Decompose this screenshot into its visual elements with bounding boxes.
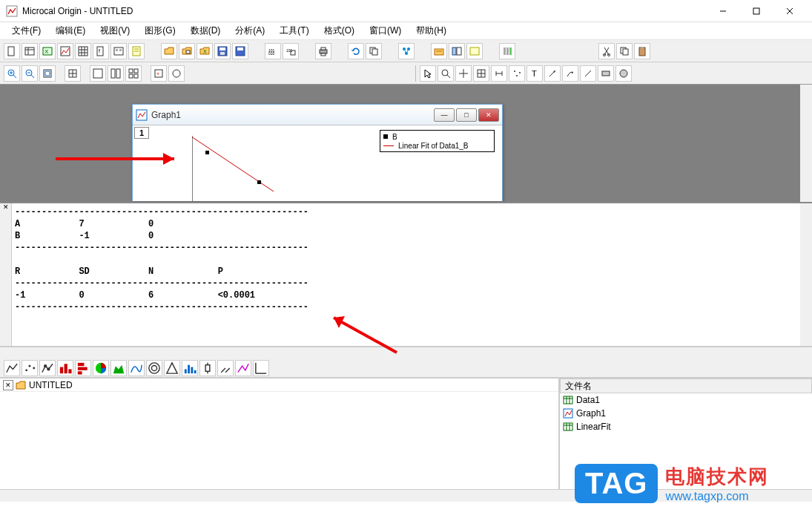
menu-tools[interactable]: 工具(T) [272,22,316,39]
new-project-button[interactable] [4,43,20,59]
curved-arrow-tool[interactable] [562,65,578,82]
new-matrix-button[interactable] [75,43,91,59]
double-y-button[interactable] [128,360,145,376]
results-log-button[interactable] [431,43,447,59]
open-button[interactable] [161,43,177,59]
data-reader-tool[interactable] [473,65,489,82]
import-ascii-button[interactable]: 101010 [265,43,281,59]
menu-window[interactable]: 窗口(W) [362,22,409,39]
explorer-close-button[interactable]: ✕ [3,380,13,390]
histogram-button[interactable] [182,360,198,376]
svg-rect-50 [470,47,479,55]
rectangle-tool[interactable] [598,65,614,82]
svg-rect-52 [506,47,509,55]
maximize-button[interactable] [739,1,773,22]
extract-layers-button[interactable] [65,65,81,82]
circle-tool[interactable] [615,65,632,82]
zoom-tool[interactable] [438,65,454,82]
graph-close-button[interactable]: ✕ [478,108,499,122]
line-tool[interactable] [580,65,596,82]
zoom-in-button[interactable] [4,65,20,82]
layer-tab[interactable]: 1 [134,127,149,139]
code-builder-button[interactable] [466,43,483,59]
open-excel-button[interactable]: X [197,43,213,59]
line-plot-button[interactable] [4,360,20,376]
file-item-graph1[interactable]: Graph1 [560,407,812,420]
paste-button[interactable] [634,43,650,59]
menu-file[interactable]: 文件(F) [4,22,48,39]
pointer-tool[interactable] [420,65,436,82]
menu-edit[interactable]: 编辑(E) [48,22,93,39]
smith-chart-button[interactable] [235,360,251,376]
svg-rect-114 [65,364,67,373]
copy-button[interactable] [616,43,633,59]
bar-plot-button[interactable] [75,360,91,376]
cut-button[interactable] [598,43,615,59]
menu-view[interactable]: 视图(V) [93,22,137,39]
arrow-tool[interactable] [544,65,561,82]
open-template-button[interactable] [179,43,195,59]
pie-chart-button[interactable] [93,360,109,376]
minimize-button[interactable] [706,1,739,22]
graph-titlebar[interactable]: Graph1 — □ ✕ [133,105,502,125]
rescale-button[interactable] [39,65,56,82]
new-folder-button[interactable] [398,43,415,59]
graph-minimize-button[interactable]: — [434,108,455,122]
results-scrollbar-v[interactable] [800,203,812,346]
layer-1-button[interactable] [90,65,106,82]
vector-plot-button[interactable] [217,360,234,376]
print-button[interactable] [315,43,331,59]
project-explorer-button[interactable] [449,43,465,59]
results-scrollbar-h[interactable] [0,347,812,358]
template-button[interactable] [253,360,269,376]
file-item-data1[interactable]: Data1 [560,393,812,407]
menu-format[interactable]: 格式(O) [317,22,362,39]
area-plot-button[interactable] [110,360,127,376]
new-excel-button[interactable]: X [39,43,56,59]
menu-analysis[interactable]: 分析(A) [228,22,272,39]
legend-line-icon [383,145,394,146]
new-graph-button[interactable] [57,43,73,59]
draw-data-tool[interactable] [509,65,525,82]
polar-plot-button[interactable] [146,360,162,376]
project-tree[interactable]: ✕ UNTITLED [0,379,560,489]
menu-help[interactable]: 帮助(H) [409,22,454,39]
save-button[interactable] [214,43,231,59]
import-multi-button[interactable]: 101 [283,43,299,59]
results-close-tab[interactable]: ✕ [0,203,12,346]
legend[interactable]: B Linear Fit of Data1_B [380,130,495,152]
add-column-button[interactable] [499,43,515,59]
close-button[interactable] [773,1,806,22]
menu-data[interactable]: 数据(D) [183,22,228,39]
add-layer-button[interactable] [168,65,185,82]
scatter-plot-button[interactable] [22,360,38,376]
screen-reader-tool[interactable] [455,65,472,82]
box-chart-button[interactable] [199,360,216,376]
menu-graph[interactable]: 图形(G) [137,22,182,39]
new-notes-button[interactable] [128,43,145,59]
ternary-plot-button[interactable] [164,360,180,376]
save-template-button[interactable] [232,43,248,59]
line-symbol-button[interactable] [39,360,56,376]
zoom-out-button[interactable] [22,65,38,82]
new-function-button[interactable]: f [93,43,109,59]
text-tool[interactable]: T [527,65,543,82]
add-axes-button[interactable]: + [151,65,167,82]
layer-4-button[interactable] [125,65,142,82]
refresh-button[interactable] [348,43,364,59]
file-item-linearfit[interactable]: LinearFit [560,420,812,433]
new-worksheet-button[interactable] [22,43,38,59]
results-text[interactable]: ----------------------------------------… [12,203,800,346]
plot-area[interactable]: 6 5 [192,136,340,201]
duplicate-button[interactable] [366,43,382,59]
svg-rect-38 [321,53,326,56]
column-plot-button[interactable] [57,360,73,376]
file-list-header[interactable]: 文件名 [560,379,812,393]
data-selector-tool[interactable] [491,65,507,82]
app-title: Microcal Origin - UNTITLED [22,6,706,16]
project-name[interactable]: UNTITLED [29,380,73,390]
svg-rect-76 [129,74,133,78]
layer-2-button[interactable] [108,65,124,82]
new-layout-button[interactable] [110,43,127,59]
graph-maximize-button[interactable]: □ [456,108,477,122]
